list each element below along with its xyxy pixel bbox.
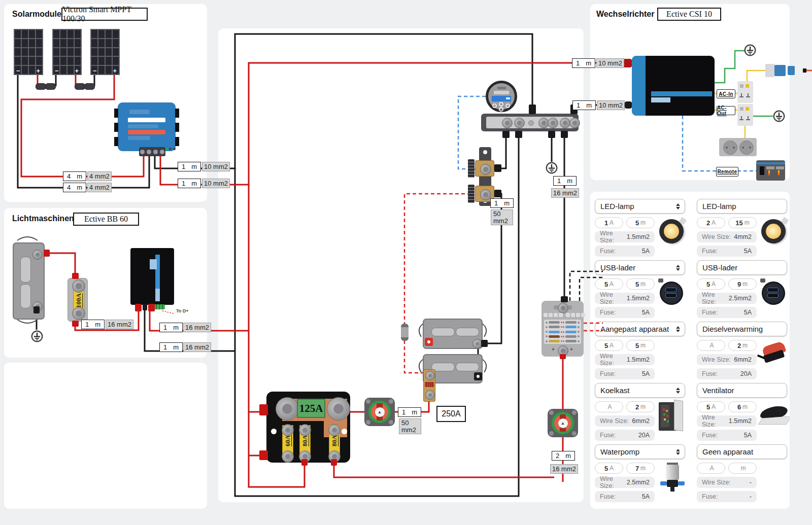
consumer-device-icon	[658, 216, 687, 250]
distribution-fuse-panel: + +	[542, 301, 584, 357]
wire-label: 50 mm2	[399, 418, 421, 434]
consumer-type-select[interactable]: Ventilator	[697, 383, 787, 398]
consumer-type-select[interactable]: Aangepast apparaat	[595, 322, 685, 336]
consumer-amps-input[interactable]: A	[697, 340, 725, 351]
consumer-length-input[interactable]: 9m	[728, 278, 757, 290]
wire-label[interactable]: 1m	[159, 342, 183, 352]
consumer-type-select[interactable]: Dieselverwarming	[697, 322, 787, 336]
consumer-amps-input[interactable]: 5A	[595, 463, 623, 474]
chevron-updown-icon	[676, 326, 680, 332]
mc4-connector-icon	[36, 83, 55, 90]
consumer-fuse-row: Fuse:5A	[595, 307, 655, 318]
wire-label: 16 mm2	[550, 464, 578, 474]
panel-minus-terminal: −	[16, 67, 20, 75]
solar-panel-2: − +	[52, 29, 82, 75]
cee-plug-icon	[765, 64, 774, 77]
empty-section-panel	[4, 363, 207, 509]
mc4-connector-icon	[75, 83, 94, 90]
wire-label[interactable]: 1m	[572, 58, 595, 68]
ground-icon	[773, 110, 785, 122]
consumer-type-label: Aangepast apparaat	[600, 325, 669, 333]
consumer-type-label: USB-lader	[600, 263, 635, 272]
consumer-amps-input[interactable]: 5A	[697, 278, 725, 290]
dist-fuse-row	[546, 325, 580, 329]
consumer-type-label: Waterpomp	[600, 447, 639, 456]
wire-label[interactable]: 1m	[490, 198, 514, 208]
consumer-card: USB-lader 5A 9m Wire Size:2.5mm2 Fuse:5A	[697, 260, 787, 317]
consumer-fuse-row: Fuse:-	[697, 491, 757, 502]
consumer-amps-input[interactable]: A	[697, 463, 725, 474]
solar-model-select[interactable]: Victron Smart MPPT 100/30	[61, 8, 148, 21]
remote-control-panel	[756, 160, 785, 181]
battery-monitor	[486, 81, 517, 112]
consumer-amps-input[interactable]: 2A	[697, 217, 725, 228]
wire-label[interactable]: 4m	[63, 171, 86, 181]
wire-label[interactable]: 1m	[572, 100, 596, 110]
alternator-model-select[interactable]: Ective BB 60	[73, 213, 139, 226]
consumer-type-select[interactable]: Geen apparaat	[697, 444, 787, 459]
b2b-dplus-connector	[154, 304, 165, 309]
consumer-type-select[interactable]: USB-lader	[595, 260, 685, 275]
inverter-section-title: Wechselrichter	[596, 10, 654, 19]
consumer-length-input[interactable]: 7m	[626, 463, 655, 474]
consumer-device-icon	[760, 400, 789, 434]
consumer-amps-input[interactable]: 1A	[595, 217, 623, 228]
wire-label[interactable]: 2m	[552, 451, 575, 461]
wire-label: 16 mm2	[183, 342, 211, 352]
shunt-label-tag	[468, 185, 475, 203]
consumer-card: Ventilator 5A 6m Wire Size:1.5mm2 Fuse:5…	[697, 383, 787, 440]
consumer-amps-input[interactable]: A	[595, 401, 623, 412]
busbar-bolt	[569, 118, 580, 128]
wire-label[interactable]: 1m	[178, 162, 201, 171]
wire-label: 16 mm2	[106, 320, 133, 329]
consumer-length-input[interactable]: 5m	[626, 340, 655, 351]
wire-label[interactable]: 1m	[81, 320, 105, 329]
consumer-type-select[interactable]: LED-lamp	[697, 199, 787, 214]
consumer-device-icon	[760, 277, 789, 311]
wire-label[interactable]: 1m	[159, 323, 183, 332]
dist-fuse-row	[546, 335, 580, 338]
consumer-type-label: USB-lader	[702, 263, 737, 272]
mppt-terminals	[139, 147, 165, 156]
wire-label[interactable]: 1m	[178, 179, 201, 188]
inverter-negative-terminal	[625, 101, 632, 109]
chevron-updown-icon	[676, 265, 680, 271]
panel-plus-terminal: +	[113, 67, 117, 75]
wire-label[interactable]: 4m	[63, 183, 86, 192]
inverter-model-select[interactable]: Ective CSI 10	[657, 8, 721, 21]
consumer-fuse-row: Fuse:5A	[697, 246, 757, 257]
consumer-type-select[interactable]: Waterpomp	[595, 444, 685, 459]
ac-in-terminal-block	[737, 81, 753, 103]
wire-label: 4 mm2	[87, 183, 112, 192]
consumer-length-input[interactable]: 2m	[728, 340, 757, 351]
wire-label: 16 mm2	[551, 188, 579, 198]
consumer-amps-input[interactable]: 5A	[595, 278, 623, 290]
battery-switch-main[interactable]: ▲	[364, 398, 395, 426]
consumer-amps-input[interactable]: 5A	[595, 340, 623, 351]
consumer-type-select[interactable]: USB-lader	[697, 260, 787, 275]
consumer-device-icon	[760, 216, 789, 250]
consumer-type-select[interactable]: Koelkast	[595, 383, 685, 398]
consumer-card: USB-lader 5A 5m Wire Size:1.5mm2 Fuse:5A	[595, 260, 685, 317]
solar-panel-1: − +	[14, 29, 43, 75]
busbar-bolt	[514, 118, 525, 128]
consumer-length-input[interactable]: 15m	[728, 217, 757, 228]
wire-label[interactable]: 1m	[398, 407, 421, 417]
consumer-wire-size-row: Wire Size:4mm2	[697, 231, 757, 242]
ac-in-label: AC-In	[717, 89, 735, 98]
consumer-amps-input[interactable]: 5A	[697, 401, 725, 412]
consumer-length-input[interactable]: 5m	[626, 278, 655, 290]
consumer-grid: LED-lamp 1A 5m Wire Size:1.5mm2 Fuse:5A …	[595, 199, 787, 501]
terminal-fuse-250a	[423, 369, 435, 402]
alternator-section-title: Lichtmaschinen	[12, 214, 74, 223]
busbar	[481, 114, 579, 131]
consumer-length-input[interactable]: 2m	[626, 401, 655, 412]
wire-label[interactable]: 1m	[553, 176, 577, 186]
consumer-length-input[interactable]: m	[728, 463, 757, 474]
battery-switch-distribution[interactable]: ▲	[548, 409, 578, 437]
consumer-length-input[interactable]: 5m	[626, 217, 655, 228]
consumer-fuse-row: Fuse:20A	[595, 430, 655, 441]
consumer-type-select[interactable]: LED-lamp	[595, 199, 685, 214]
consumer-length-input[interactable]: 6m	[728, 401, 757, 412]
consumer-type-label: LED-lamp	[600, 202, 634, 211]
